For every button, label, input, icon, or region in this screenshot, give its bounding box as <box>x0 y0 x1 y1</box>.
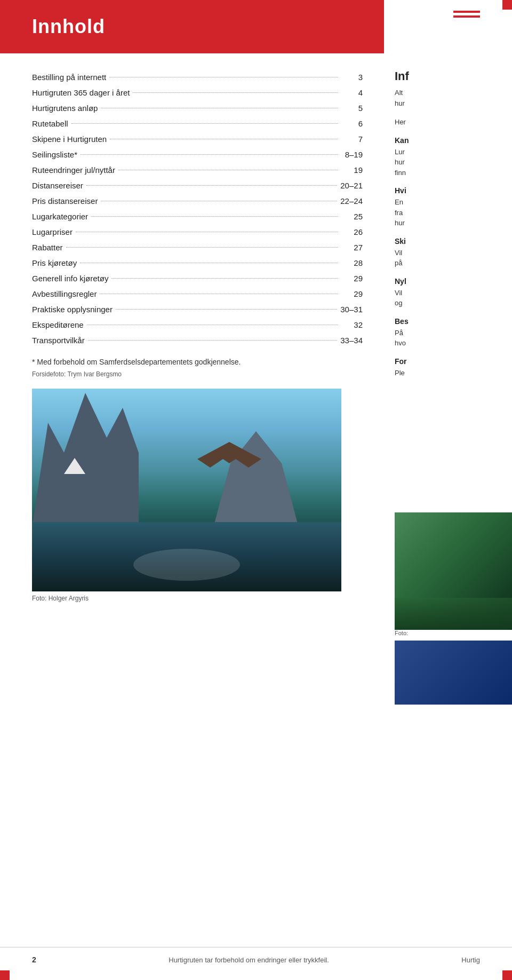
right-text-kan: Lur hur finn <box>395 147 512 178</box>
toc-row: Rutetabell 6 <box>32 116 363 131</box>
toc-row-page: 30–31 <box>340 305 363 314</box>
toc-row: Ekspeditørene 32 <box>32 317 363 333</box>
right-text-for: Ple <box>395 368 512 378</box>
right-label-bes: Bes <box>395 317 512 326</box>
toc-row-page: 3 <box>341 73 363 82</box>
toc-row-left: Generell info kjøretøy <box>32 274 341 283</box>
toc-row-page: 20–21 <box>340 181 363 190</box>
toc-row-title: Distansereiser <box>32 181 83 190</box>
toc-row-title: Hurtigruten 365 dager i året <box>32 88 130 97</box>
toc-row-title: Bestilling på internett <box>32 73 106 82</box>
toc-row-title: Lugarkategorier <box>32 212 88 221</box>
toc-dots <box>109 77 338 77</box>
toc-row-left: Pris distansereiser <box>32 196 340 206</box>
right-label-ski: Ski <box>395 237 512 246</box>
right-text-bes: På hvo <box>395 328 512 349</box>
toc-row: Rabatter 27 <box>32 240 363 255</box>
toc-row: Skipene i Hurtigruten 7 <box>32 131 363 147</box>
right-text-ski: Vil på <box>395 248 512 268</box>
toc-row-left: Lugarpriser <box>32 227 341 236</box>
toc-row-page: 8–19 <box>341 150 363 159</box>
toc-row: Seilingsliste* 8–19 <box>32 147 363 162</box>
toc-dots <box>87 325 338 325</box>
right-text-alt: Alt hur <box>395 88 512 108</box>
toc-dots <box>76 232 338 232</box>
toc-row-left: Ekspeditørene <box>32 320 341 329</box>
toc-row: Bestilling på internett 3 <box>32 69 363 85</box>
main-photo <box>32 389 341 591</box>
toc-row-page: 7 <box>341 135 363 144</box>
toc-row-left: Seilingsliste* <box>32 150 341 159</box>
toc-row-left: Distansereiser <box>32 181 340 190</box>
toc-dots <box>110 139 338 139</box>
toc-dots <box>118 170 338 170</box>
footer-page-number: 2 <box>32 955 36 964</box>
toc-row: Distansereiser 20–21 <box>32 178 363 193</box>
toc-row-title: Ruteendringer jul/nyttår <box>32 165 115 175</box>
footer-right-text: Hurtig <box>461 956 480 964</box>
toc-row-left: Hurtigruten 365 dager i året <box>32 88 341 97</box>
right-section-inf-title: Inf <box>395 69 512 83</box>
toc-row-left: Hurtigrutens anløp <box>32 104 341 113</box>
toc-row-page: 5 <box>341 104 363 113</box>
toc-row-page: 26 <box>341 227 363 236</box>
toc-row-page: 19 <box>341 165 363 175</box>
toc-row-title: Generell info kjøretøy <box>32 274 108 283</box>
toc-row-title: Ekspeditørene <box>32 320 84 329</box>
toc-dots <box>100 294 338 294</box>
toc-row-left: Skipene i Hurtigruten <box>32 135 341 144</box>
toc-row-left: Avbestillingsregler <box>32 289 341 298</box>
toc-row: Praktiske opplysninger 30–31 <box>32 302 363 317</box>
header-bar: Innhold <box>0 0 384 53</box>
right-label-kan: Kan <box>395 136 512 145</box>
right-label-nyl: Nyl <box>395 277 512 286</box>
toc-row-title: Rabatter <box>32 243 63 252</box>
toc-row-page: 29 <box>341 274 363 283</box>
toc-row-title: Hurtigrutens anløp <box>32 104 98 113</box>
toc-row: Lugarkategorier 25 <box>32 209 363 224</box>
right-text-nyl: Vil og <box>395 288 512 309</box>
toc-row-left: Transportvilkår <box>32 336 340 345</box>
photo-credit-bottom: Foto: Holger Argyris <box>32 595 363 602</box>
toc-row-page: 6 <box>341 119 363 128</box>
corner-mark-bottom-left <box>0 970 10 980</box>
toc-row-title: Pris distansereiser <box>32 196 98 206</box>
toc-row-title: Rutetabell <box>32 119 68 128</box>
right-photo-2 <box>395 641 512 705</box>
toc-list: Bestilling på internett 3 Hurtigruten 36… <box>32 69 363 348</box>
toc-row-page: 28 <box>341 258 363 267</box>
toc-row: Hurtigruten 365 dager i året 4 <box>32 85 363 100</box>
right-label-for: For <box>395 357 512 366</box>
red-decorative-lines <box>453 11 480 18</box>
toc-row-page: 29 <box>341 289 363 298</box>
corner-mark-bottom-right <box>502 970 512 980</box>
toc-row: Ruteendringer jul/nyttår 19 <box>32 162 363 178</box>
table-of-contents: Bestilling på internett 3 Hurtigruten 36… <box>32 69 363 602</box>
boat-wake <box>133 549 240 581</box>
toc-dots <box>81 154 338 155</box>
toc-row-title: Transportvilkår <box>32 336 85 345</box>
toc-dots <box>101 201 337 201</box>
foto-caption-right: Foto: <box>395 630 408 636</box>
toc-dots <box>71 123 338 124</box>
toc-dots <box>116 309 337 310</box>
toc-dots <box>91 216 338 217</box>
right-photo-1 <box>395 512 512 630</box>
right-column: Inf Alt hur Her Kan Lur hur finn Hvi En … <box>395 69 512 386</box>
toc-dots <box>80 263 338 263</box>
toc-row-page: 22–24 <box>340 196 363 206</box>
toc-row: Lugarpriser 26 <box>32 224 363 240</box>
toc-row-left: Lugarkategorier <box>32 212 341 221</box>
toc-row-page: 4 <box>341 88 363 97</box>
right-text-hvi: En fra hur <box>395 197 512 228</box>
toc-dots <box>133 92 338 93</box>
toc-row: Pris kjøretøy 28 <box>32 255 363 271</box>
right-photo-1-overlay <box>395 598 512 630</box>
page-title: Innhold <box>32 15 105 38</box>
photo-credit-top: Forsidefoto: Trym Ivar Bergsmo <box>32 370 363 378</box>
toc-row-left: Rabatter <box>32 243 341 252</box>
toc-dots <box>101 108 338 108</box>
toc-row-left: Praktiske opplysninger <box>32 305 340 314</box>
toc-row-title: Skipene i Hurtigruten <box>32 135 107 144</box>
toc-row-title: Praktiske opplysninger <box>32 305 113 314</box>
